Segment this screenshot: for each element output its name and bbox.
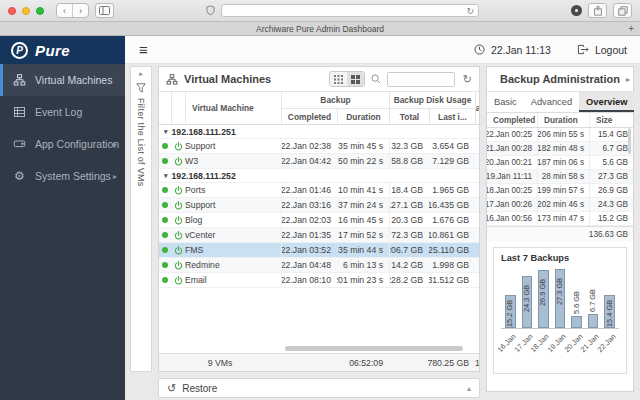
- chart-bar[interactable]: 27.3 GB: [554, 268, 567, 328]
- vm-completed: 22.Jan 04:48: [281, 258, 337, 272]
- expand-filter-icon[interactable]: ▸: [139, 70, 143, 78]
- column-header-last[interactable]: Last i...: [429, 108, 475, 124]
- column-header-size[interactable]: Size: [589, 113, 633, 127]
- new-tab-button[interactable]: +: [628, 22, 634, 35]
- vm-last: 1.676 GB: [429, 213, 475, 227]
- backup-row[interactable]: 17.Jan 00:26202 min 46 s24.3 GB: [487, 198, 633, 212]
- vm-row-selected[interactable]: FMS 22.Jan 03:52 35 min 44 s 206.7 GB 25…: [159, 243, 479, 258]
- collapse-up-icon[interactable]: ▴: [467, 384, 471, 393]
- chart-bar[interactable]: 26.9 GB: [537, 268, 550, 328]
- sidebar-item-app-configuration[interactable]: App Configuration ▸: [0, 128, 125, 160]
- tab-basic[interactable]: Basic: [487, 92, 524, 112]
- column-header-total[interactable]: Total: [389, 108, 429, 124]
- close-window-button[interactable]: [8, 7, 16, 15]
- extension-icon[interactable]: [571, 5, 582, 16]
- minimize-window-button[interactable]: [22, 7, 30, 15]
- sidebar-item-event-log[interactable]: Event Log: [0, 96, 125, 128]
- power-icon[interactable]: [171, 258, 185, 272]
- column-header-duration[interactable]: Duration: [537, 113, 589, 127]
- tab-overview[interactable]: Overview: [579, 92, 634, 112]
- vm-row[interactable]: Blog 22.Jan 02:03 16 min 45 s 20.3 GB 1.…: [159, 213, 479, 228]
- shield-icon[interactable]: [206, 5, 215, 16]
- menu-toggle-button[interactable]: ≡: [139, 43, 148, 57]
- power-icon[interactable]: [171, 139, 185, 153]
- browser-tab[interactable]: Archiware Pure Admin Dashboard +: [0, 22, 640, 36]
- vm-row[interactable]: Ports 22.Jan 01:46 10 min 41 s 18.4 GB 1…: [159, 183, 479, 198]
- sidebar-item-virtual-machines[interactable]: Virtual Machines: [0, 64, 125, 96]
- filter-funnel-icon: [136, 83, 146, 93]
- vm-duration: 17 min 52 s: [337, 228, 389, 242]
- back-button[interactable]: ‹: [57, 4, 72, 17]
- address-bar[interactable]: ↻: [221, 4, 479, 17]
- power-icon[interactable]: [171, 273, 185, 287]
- vm-duration: 16 min 45 s: [337, 213, 389, 227]
- list-view-button[interactable]: [330, 72, 347, 86]
- power-icon[interactable]: [171, 183, 185, 197]
- filter-strip[interactable]: ▸ Filter the List of VMs: [130, 66, 152, 372]
- chart-bar[interactable]: 24.3 GB: [521, 268, 534, 328]
- bar-value-label: 15.4 GB: [605, 300, 614, 327]
- chart-bar[interactable]: 6.7 GB: [587, 268, 600, 328]
- logout-button[interactable]: Logout: [595, 44, 627, 56]
- column-header-completed[interactable]: Completed: [281, 108, 337, 124]
- top-bar: ≡ 22.Jan 11:13 Logout: [125, 36, 640, 64]
- share-button[interactable]: [588, 3, 607, 18]
- host-group-row[interactable]: ▾ 192.168.111.251: [159, 125, 479, 139]
- vm-row[interactable]: vCenter 22.Jan 01:35 17 min 52 s 72.3 GB…: [159, 228, 479, 243]
- grid-view-button[interactable]: [347, 72, 364, 86]
- bar-value-label: 5.6 GB: [572, 291, 581, 314]
- forward-button[interactable]: ›: [72, 4, 88, 17]
- column-header-completed[interactable]: Completed: [487, 113, 537, 127]
- vm-panel-title: Virtual Machines: [184, 73, 271, 85]
- browser-toolbar: ‹ › ↻: [0, 0, 640, 22]
- power-icon[interactable]: [171, 228, 185, 242]
- backup-row[interactable]: 21.Jan 00:28182 min 48 s6.7 GB: [487, 142, 633, 156]
- refresh-button[interactable]: ↻: [463, 73, 472, 86]
- vm-duration: 35 min 44 s: [337, 243, 389, 257]
- backup-row[interactable]: 20.Jan 00:21187 min 06 s5.6 GB: [487, 156, 633, 170]
- host-label: 192.168.111.251: [172, 127, 236, 137]
- chevron-right-icon: ▸: [113, 172, 117, 181]
- vm-row[interactable]: Redmine 22.Jan 04:48 6 min 13 s 14.2 GB …: [159, 258, 479, 273]
- drive-icon: [13, 138, 26, 150]
- column-header-duration[interactable]: Duration: [337, 108, 389, 124]
- tab-overview-button[interactable]: [613, 3, 632, 18]
- backup-table-body: 22.Jan 00:25206 min 55 s15.4 GB 21.Jan 0…: [487, 128, 633, 226]
- zoom-window-button[interactable]: [36, 7, 44, 15]
- chart-bar[interactable]: 5.6 GB: [570, 268, 583, 328]
- power-icon[interactable]: [171, 243, 185, 257]
- scrollbar-thumb[interactable]: [285, 346, 463, 351]
- chart-bar[interactable]: 15.4 GB: [603, 268, 616, 328]
- backup-row[interactable]: 18.Jan 00:25199 min 57 s26.9 GB: [487, 184, 633, 198]
- sidebar-item-system-settings[interactable]: ⚙ System Settings ▸: [0, 160, 125, 192]
- status-online-dot: [162, 262, 168, 268]
- column-header-vm[interactable]: Virtual Machine: [185, 92, 281, 124]
- host-group-row[interactable]: ▾ 192.168.111.252: [159, 169, 479, 183]
- vm-total: 58.8 GB: [389, 154, 429, 168]
- vm-duration: 50 min 22 s: [337, 154, 389, 168]
- vm-row[interactable]: W3 22.Jan 04:42 50 min 22 s 58.8 GB 7.12…: [159, 154, 479, 169]
- vm-completed: 22.Jan 04:42: [281, 154, 337, 168]
- vm-row[interactable]: Support 22.Jan 02:38 35 min 45 s 32.3 GB…: [159, 139, 479, 154]
- vm-row[interactable]: Support 22.Jan 03:16 37 min 24 s 127.1 G…: [159, 198, 479, 213]
- tab-advanced[interactable]: Advanced: [524, 92, 579, 112]
- horizontal-scrollbar: [159, 345, 479, 353]
- logout-icon: [577, 44, 589, 55]
- sidebar-toggle-button[interactable]: [95, 3, 114, 18]
- vm-row[interactable]: Email 22.Jan 08:10 201 min 23 s 228.2 GB…: [159, 273, 479, 288]
- power-icon[interactable]: [171, 213, 185, 227]
- backup-table-footer: 136.63 GB: [487, 226, 633, 241]
- vm-completed: 22.Jan 08:10: [281, 273, 337, 287]
- backup-row[interactable]: 22.Jan 00:25206 min 55 s15.4 GB: [487, 128, 633, 142]
- power-icon[interactable]: [171, 198, 185, 212]
- search-input[interactable]: [387, 72, 455, 87]
- backup-row[interactable]: 16.Jan 00:56173 min 47 s15.2 GB: [487, 212, 633, 226]
- restore-panel[interactable]: ↺ Restore ▴: [158, 378, 480, 398]
- backup-row[interactable]: 19.Jan 11:1128 min 58 s27.3 GB: [487, 170, 633, 184]
- vertical-scrollbar-thumb[interactable]: [628, 128, 631, 154]
- reload-icon[interactable]: ↻: [466, 6, 474, 16]
- log-list-icon: [13, 106, 26, 118]
- collapse-right-icon[interactable]: ▸: [626, 75, 630, 84]
- power-icon[interactable]: [171, 154, 185, 168]
- chart-bar[interactable]: 15.2 GB: [504, 268, 517, 328]
